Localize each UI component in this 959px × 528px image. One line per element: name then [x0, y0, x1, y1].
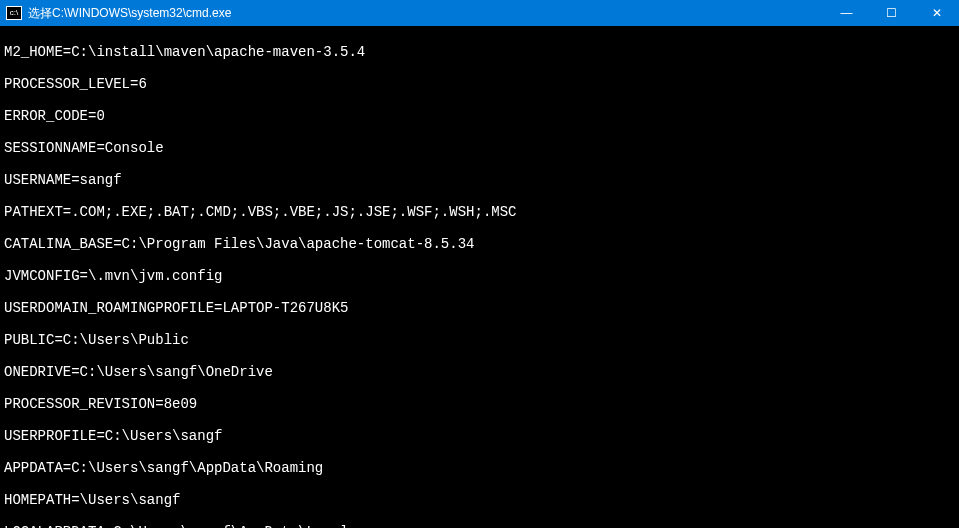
env-line: APPDATA=C:\Users\sangf\AppData\Roaming: [4, 460, 955, 476]
env-line: PROCESSOR_REVISION=8e09: [4, 396, 955, 412]
env-line: USERNAME=sangf: [4, 172, 955, 188]
env-line: USERPROFILE=C:\Users\sangf: [4, 428, 955, 444]
env-line: ONEDRIVE=C:\Users\sangf\OneDrive: [4, 364, 955, 380]
env-line: PROCESSOR_LEVEL=6: [4, 76, 955, 92]
maximize-button[interactable]: ☐: [869, 0, 914, 26]
window-titlebar: c:\ 选择C:\WINDOWS\system32\cmd.exe — ☐ ✕: [0, 0, 959, 26]
env-line: M2_HOME=C:\install\maven\apache-maven-3.…: [4, 44, 955, 60]
titlebar-left: c:\ 选择C:\WINDOWS\system32\cmd.exe: [0, 5, 231, 22]
env-line: PATHEXT=.COM;.EXE;.BAT;.CMD;.VBS;.VBE;.J…: [4, 204, 955, 220]
env-line: USERDOMAIN_ROAMINGPROFILE=LAPTOP-T267U8K…: [4, 300, 955, 316]
env-line: LOCALAPPDATA=C:\Users\sangf\AppData\Loca…: [4, 524, 955, 528]
env-line: HOMEPATH=\Users\sangf: [4, 492, 955, 508]
window-controls: — ☐ ✕: [824, 0, 959, 26]
close-button[interactable]: ✕: [914, 0, 959, 26]
env-line: JVMCONFIG=\.mvn\jvm.config: [4, 268, 955, 284]
env-line: CATALINA_BASE=C:\Program Files\Java\apac…: [4, 236, 955, 252]
terminal-output[interactable]: M2_HOME=C:\install\maven\apache-maven-3.…: [0, 26, 959, 528]
minimize-button[interactable]: —: [824, 0, 869, 26]
env-line: SESSIONNAME=Console: [4, 140, 955, 156]
cmd-icon: c:\: [6, 6, 22, 20]
env-line: PUBLIC=C:\Users\Public: [4, 332, 955, 348]
env-line: ERROR_CODE=0: [4, 108, 955, 124]
window-title: 选择C:\WINDOWS\system32\cmd.exe: [28, 5, 231, 22]
